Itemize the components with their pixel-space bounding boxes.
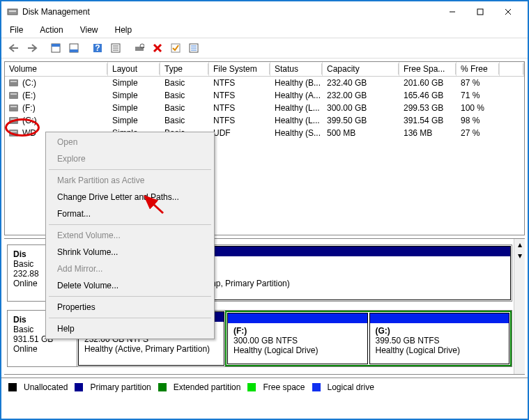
volume-pct: 27 %	[457, 127, 500, 139]
legend-unallocated: Unallocated	[24, 382, 68, 392]
forward-button[interactable]	[24, 40, 40, 56]
scrollbar[interactable]: ▴ ▾	[514, 239, 525, 374]
volume-layout: Simple	[108, 102, 160, 114]
check-button[interactable]	[167, 40, 184, 56]
back-button[interactable]	[6, 40, 22, 56]
volume-layout: Simple	[108, 89, 160, 102]
volume-fs: NTFS	[209, 102, 270, 114]
legend-logical: Logical drive	[328, 382, 374, 392]
menu-view[interactable]: View	[77, 24, 101, 36]
rescan-button[interactable]	[131, 40, 148, 56]
help-button[interactable]: ?	[89, 40, 106, 56]
ctx-delete[interactable]: Delete Volume...	[47, 277, 213, 294]
app-icon	[7, 6, 18, 17]
svg-rect-9	[52, 44, 60, 47]
maximize-button[interactable]	[466, 2, 494, 22]
volume-pct: 87 %	[457, 77, 500, 89]
drive-icon	[9, 117, 18, 124]
svg-line-20	[144, 47, 144, 49]
volume-layout: Simple	[108, 77, 160, 89]
extended-partition[interactable]: (F:) 300.00 GB NTFS Healthy (Logical Dri…	[225, 311, 512, 366]
volume-status: Healthy (B...	[270, 77, 323, 89]
table-row[interactable]: (G:)SimpleBasicNTFSHealthy (L...399.50 G…	[5, 114, 524, 127]
partition-status: Healthy (Logical Drive)	[233, 345, 318, 355]
close-button[interactable]	[494, 2, 522, 22]
col-pct[interactable]: % Free	[457, 62, 500, 76]
svg-rect-18	[135, 47, 144, 51]
col-capacity[interactable]: Capacity	[323, 62, 399, 76]
partition-name: (G:)	[376, 326, 390, 336]
table-row[interactable]: (C:)SimpleBasicNTFSHealthy (B...232.40 G…	[5, 77, 524, 89]
partition[interactable]: (F:) 300.00 GB NTFS Healthy (Logical Dri…	[227, 313, 368, 364]
partition-size: 300.00 GB NTFS	[233, 336, 298, 345]
col-free[interactable]: Free Spa...	[399, 62, 457, 76]
ctx-extend[interactable]: Extend Volume...	[47, 227, 213, 244]
volume-layout: Simple	[108, 114, 160, 127]
ctx-shrink[interactable]: Shrink Volume...	[47, 244, 213, 260]
col-fs[interactable]: File System	[209, 62, 270, 76]
title-bar: Disk Management	[1, 1, 528, 22]
volume-pct: 71 %	[457, 89, 500, 102]
ctx-change-drive-letter[interactable]: Change Drive Letter and Paths...	[47, 189, 213, 205]
svg-rect-11	[70, 49, 78, 52]
view-top-button[interactable]	[47, 40, 64, 56]
volume-status: Healthy (L...	[270, 102, 323, 114]
ctx-mark-active[interactable]: Mark Partition as Active	[47, 172, 213, 189]
list-button[interactable]	[185, 40, 202, 56]
col-volume[interactable]: Volume	[5, 62, 108, 76]
swatch-extended-icon	[158, 383, 167, 391]
minimize-button[interactable]	[438, 2, 466, 22]
volume-fs: NTFS	[209, 114, 270, 127]
menu-file[interactable]: File	[7, 24, 26, 36]
table-row[interactable]: (F:)SimpleBasicNTFSHealthy (L...300.00 G…	[5, 102, 524, 114]
volume-capacity: 300.00 GB	[323, 102, 399, 114]
ctx-help[interactable]: Help	[47, 320, 213, 337]
col-type[interactable]: Type	[160, 62, 209, 76]
ctx-open[interactable]: Open	[47, 134, 213, 150]
table-row[interactable]: (E:)SimpleBasicNTFSHealthy (A...232.00 G…	[5, 89, 524, 102]
menu-action[interactable]: Action	[37, 24, 66, 36]
col-spare[interactable]	[500, 62, 524, 76]
ctx-properties[interactable]: Properties	[47, 299, 213, 316]
scroll-up-icon[interactable]: ▴	[514, 239, 525, 250]
col-status[interactable]: Status	[270, 62, 323, 76]
swatch-free-icon	[247, 383, 256, 391]
ctx-format[interactable]: Format...	[47, 205, 213, 222]
swatch-logical-icon	[312, 383, 321, 391]
partition-name: (F:)	[233, 326, 247, 336]
drive-icon	[9, 92, 18, 99]
volume-capacity: 399.50 GB	[323, 114, 399, 127]
volume-fs: UDF	[209, 127, 270, 139]
volume-name: (C:)	[22, 78, 36, 88]
volume-capacity: 500 MB	[323, 127, 399, 139]
settings-button[interactable]	[107, 40, 124, 56]
window-title: Disk Management	[22, 7, 438, 17]
view-bottom-button[interactable]	[66, 40, 82, 56]
col-layout[interactable]: Layout	[108, 62, 160, 76]
scroll-down-icon[interactable]: ▾	[514, 250, 525, 261]
legend-primary: Primary partition	[90, 382, 151, 392]
delete-button[interactable]	[149, 40, 166, 56]
partition-status: Healthy (Active, Primary Partition)	[84, 344, 210, 354]
volume-fs: NTFS	[209, 89, 270, 102]
disk-status: Online	[13, 344, 71, 354]
partition-bar	[370, 313, 509, 323]
volume-capacity: 232.40 GB	[323, 77, 399, 89]
ctx-explore[interactable]: Explore	[47, 150, 213, 167]
swatch-unallocated-icon	[8, 383, 17, 391]
volume-free: 136 MB	[399, 127, 457, 139]
volume-free: 201.60 GB	[399, 77, 457, 89]
drive-icon	[9, 104, 18, 111]
legend-free: Free space	[263, 382, 305, 392]
partition-size: 399.50 GB NTFS	[376, 336, 440, 345]
menu-bar: File Action View Help	[1, 22, 528, 38]
drive-icon	[9, 79, 18, 86]
partition-status: Healthy (Logical Drive)	[376, 345, 460, 355]
partition[interactable]: (G:) 399.50 GB NTFS Healthy (Logical Dri…	[369, 313, 510, 364]
legend-extended: Extended partition	[174, 382, 241, 392]
menu-help[interactable]: Help	[112, 24, 135, 36]
svg-text:?: ?	[95, 43, 100, 53]
ctx-add-mirror[interactable]: Add Mirror...	[47, 260, 213, 277]
volume-pct: 98 %	[457, 114, 500, 127]
volume-type: Basic	[160, 77, 209, 89]
